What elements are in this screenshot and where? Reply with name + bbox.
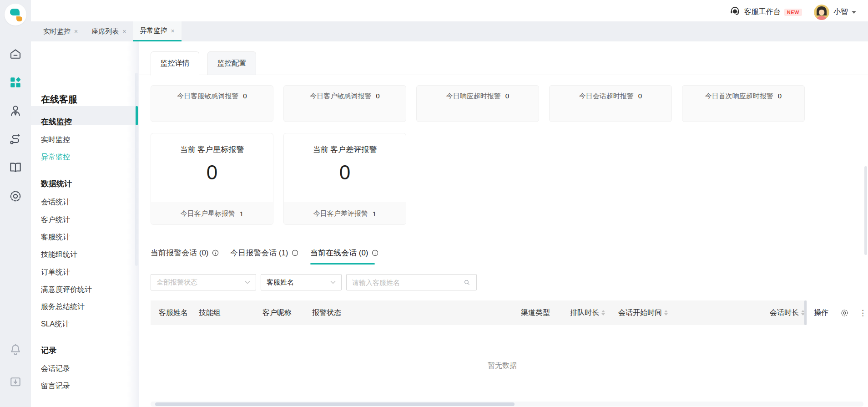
vertical-scrollbar-thumb[interactable] xyxy=(864,166,867,255)
agent-name-search xyxy=(346,274,477,290)
app-logo[interactable] xyxy=(5,4,26,25)
tab-current-online-sessions[interactable]: 当前在线会话 (0) xyxy=(310,248,379,258)
nav-title: 在线客服 xyxy=(41,93,77,105)
home-icon[interactable] xyxy=(9,47,22,61)
logo-orange-shape xyxy=(16,16,22,21)
close-icon[interactable]: × xyxy=(74,28,78,35)
route-icon[interactable] xyxy=(9,132,22,146)
sidebar-item-sla-stats[interactable]: SLA统计 xyxy=(41,319,69,329)
app-window: 客服工作台 NEW 小智 实时监控 × xyxy=(0,0,868,407)
stat-card: 今日客服敏感词报警0 xyxy=(151,85,273,122)
sidebar-item-session-stats[interactable]: 会话统计 xyxy=(41,197,70,207)
col-action: 操作 xyxy=(814,308,828,318)
sidebar-item-realtime-monitor[interactable]: 实时监控 xyxy=(41,135,70,145)
info-icon[interactable] xyxy=(291,249,299,257)
col-queue-duration[interactable]: 排队时长 xyxy=(570,300,605,325)
headset-icon xyxy=(729,5,741,19)
col-channel-type[interactable]: 渠道类型 xyxy=(521,300,550,325)
icon-rail xyxy=(0,0,31,407)
search-field-select[interactable]: 客服姓名 xyxy=(261,274,342,290)
active-indicator-bar xyxy=(136,106,138,125)
workbench-link[interactable]: 客服工作台 xyxy=(744,7,781,17)
stat-card: 今日客户敏感词报警0 xyxy=(283,85,406,122)
sidebar-item-skillgroup-stats[interactable]: 技能组统计 xyxy=(41,249,77,259)
knowledge-book-icon[interactable] xyxy=(9,161,22,174)
sidebar-item-order-stats[interactable]: 订单统计 xyxy=(41,267,70,277)
table-header-fixed: 操作 ⋮ xyxy=(807,300,868,325)
stat-card: 今日会话超时报警0 xyxy=(549,85,672,122)
col-customer-nickname[interactable]: 客户昵称 xyxy=(262,300,292,325)
sidebar-item-session-records[interactable]: 会话记录 xyxy=(41,364,70,374)
sidebar-item-satisfaction-stats[interactable]: 满意度评价统计 xyxy=(41,285,92,295)
horizontal-scrollbar-thumb[interactable] xyxy=(155,402,515,406)
tab-monitor-detail[interactable]: 监控详情 xyxy=(151,51,199,76)
close-icon[interactable]: × xyxy=(171,27,174,35)
card-value: 0 xyxy=(151,161,273,184)
alarm-status-select[interactable]: 全部报警状态 xyxy=(151,274,256,290)
star-alarm-card: 当前 客户星标报警 0 今日客户星标报警1 xyxy=(151,133,273,225)
chevron-down-icon xyxy=(330,280,336,284)
card-value: 0 xyxy=(284,161,406,184)
close-icon[interactable]: × xyxy=(122,28,126,35)
chevron-down-icon xyxy=(245,280,250,284)
stat-card: 今日响应超时报警0 xyxy=(416,85,539,122)
sidebar-item-customer-stats[interactable]: 客户统计 xyxy=(41,215,70,225)
more-icon[interactable]: ⋮ xyxy=(859,308,867,318)
tab-monitor-config[interactable]: 监控配置 xyxy=(207,51,256,75)
fixed-column-divider xyxy=(804,300,807,325)
current-alarm-cards: 当前 客户星标报警 0 今日客户星标报警1 当前 客户差评报警 0 今日客户差评… xyxy=(151,133,406,225)
settings-gear-icon[interactable] xyxy=(9,189,22,203)
col-session-start-time[interactable]: 会话开始时间 xyxy=(618,300,668,325)
col-agent-name[interactable]: 客服姓名 xyxy=(159,300,188,325)
stat-card: 今日首次响应超时报警0 xyxy=(682,85,805,122)
empty-state-text: 暂无数据 xyxy=(488,361,517,371)
tab-agent-list[interactable]: 座席列表 × xyxy=(85,21,133,41)
user-name[interactable]: 小智 xyxy=(833,7,848,17)
dashboard-grid-icon[interactable] xyxy=(9,76,22,89)
column-settings-gear-icon[interactable] xyxy=(840,309,849,317)
top-header: 客服工作台 NEW 小智 xyxy=(31,0,868,21)
page-tab-strip: 实时监控 × 座席列表 × 异常监控 × xyxy=(31,21,868,41)
sidebar-item-abnormal-monitor[interactable]: 异常监控 xyxy=(41,152,70,162)
nav-group-online-monitor: 在线监控 xyxy=(41,117,72,127)
info-icon[interactable] xyxy=(371,249,379,257)
table-header: 客服姓名 技能组 客户昵称 报警状态 渠道类型 排队时长 会话开始时间 会话时长 xyxy=(151,300,807,325)
nav-group-data-stats: 数据统计 xyxy=(41,179,72,189)
tab-abnormal-monitor[interactable]: 异常监控 × xyxy=(133,21,181,41)
new-badge: NEW xyxy=(784,9,802,16)
today-alarm-stat-cards: 今日客服敏感词报警0 今日客户敏感词报警0 今日响应超时报警0 今日会话超时报警… xyxy=(151,85,805,122)
nav-group-records: 记录 xyxy=(41,346,56,356)
col-skill-group[interactable]: 技能组 xyxy=(199,300,221,325)
tab-realtime-monitor[interactable]: 实时监控 × xyxy=(36,21,85,41)
sort-icon[interactable] xyxy=(601,310,605,315)
tab-today-alarm-sessions[interactable]: 今日报警会话 (1) xyxy=(230,248,299,258)
notification-bell-icon[interactable] xyxy=(9,343,22,356)
search-icon[interactable] xyxy=(463,279,471,286)
agent-name-search-input[interactable] xyxy=(352,279,463,286)
sidebar-item-message-records[interactable]: 留言记录 xyxy=(41,381,70,391)
card-title: 当前 客户差评报警 xyxy=(284,144,406,155)
chevron-down-icon[interactable] xyxy=(852,11,856,14)
logo-teal-shape xyxy=(10,9,20,15)
tab-current-alarm-sessions[interactable]: 当前报警会话 (0) xyxy=(151,248,219,258)
active-tab-underline xyxy=(310,263,375,265)
download-tray-icon[interactable] xyxy=(9,375,22,389)
bad-review-alarm-card: 当前 客户差评报警 0 今日客户差评报警1 xyxy=(283,133,406,225)
sidebar-item-service-summary-stats[interactable]: 服务总结统计 xyxy=(41,302,85,312)
sidebar-item-agent-stats[interactable]: 客服统计 xyxy=(41,232,70,242)
agent-person-icon[interactable] xyxy=(9,104,22,117)
user-avatar[interactable] xyxy=(814,5,829,20)
info-icon[interactable] xyxy=(212,249,219,257)
sidebar-nav: 在线客服 在线监控 实时监控 异常监控 数据统计 会话统计 客户统计 客服统计 … xyxy=(31,41,139,407)
sort-icon[interactable] xyxy=(664,310,668,315)
col-session-duration[interactable]: 会话时长 xyxy=(770,300,805,325)
col-alarm-status[interactable]: 报警状态 xyxy=(312,300,341,325)
card-title: 当前 客户星标报警 xyxy=(151,144,273,155)
monitor-tab-bar: 监控详情 监控配置 xyxy=(139,51,868,75)
nav-scrollbar[interactable] xyxy=(135,73,138,266)
